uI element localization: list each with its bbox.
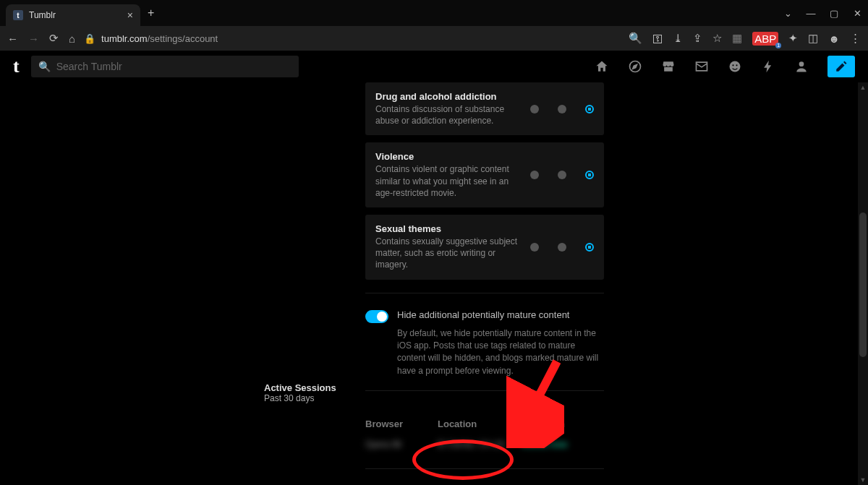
filter-radio-blur[interactable] [558,171,566,179]
scrollbar[interactable]: ▲ ▼ [858,82,868,485]
filter-radio-hide[interactable] [585,243,594,252]
browser-toolbar: ← → ⟳ ⌂ 🔒 tumblr.com/settings/account 🔍 … [0,26,868,51]
address-bar[interactable]: 🔒 tumblr.com/settings/account [84,33,620,44]
home-icon[interactable] [595,59,609,74]
browser-titlebar: t Tumblr × + ⌄ ― ▢ ✕ [0,0,868,26]
minimize-icon[interactable]: ― [806,8,816,19]
new-tab-button[interactable]: + [148,7,154,20]
tumblr-favicon: t [13,10,23,20]
divider [365,468,604,469]
compose-button[interactable] [827,56,855,77]
close-tab-icon[interactable]: × [127,10,133,20]
extension-icon[interactable]: ▦ [732,32,742,45]
home-icon[interactable]: ⌂ [69,33,75,45]
svg-point-3 [736,64,737,66]
col-location: Location [438,419,522,429]
divider [365,390,604,391]
settings-page: Active Sessions Past 30 days Drug and al… [0,82,868,485]
lock-icon: 🔒 [84,33,95,44]
tumblr-logo[interactable]: t [13,56,20,77]
window-controls: ⌄ ― ▢ ✕ [783,0,862,26]
active-sessions-table: Browser Location Last seen Opera 98 El C… [365,414,604,455]
svg-point-2 [732,64,733,66]
scrollbar-thumb[interactable] [859,213,867,357]
active-sessions-subheading: Past 30 days [264,393,365,403]
filter-drug-alcohol: Drug and alcohol addiction Contains disc… [365,82,604,135]
filter-radio-hide[interactable] [585,171,594,179]
bookmark-icon[interactable]: ☆ [712,32,722,45]
svg-point-1 [730,61,741,72]
maximize-icon[interactable]: ▢ [829,8,839,19]
reload-icon[interactable]: ⟳ [49,32,59,45]
forward-icon[interactable]: → [28,33,39,45]
mail-icon[interactable] [694,59,709,74]
session-row: Opera 98 El Cerrito, CA US Active now [365,434,604,455]
filter-title: Sexual themes [375,223,523,234]
smiley-icon[interactable] [728,59,742,74]
tumblr-header: t 🔍 Search Tumblr [0,51,868,82]
chevron-down-icon[interactable]: ⌄ [783,8,793,19]
compass-icon[interactable] [628,59,642,74]
filter-desc: Contains violent or graphic content simi… [375,163,523,199]
section-labels: Active Sessions Past 30 days [264,82,365,485]
key-icon[interactable]: ⚿ [652,33,663,45]
hide-mature-desc: By default, we hide potentially mature c… [397,327,600,378]
col-lastseen: Last seen [522,419,604,429]
filter-violence: Violence Contains violent or graphic con… [365,142,604,207]
menu-icon[interactable]: ⋮ [850,32,861,45]
profile-icon[interactable]: ☻ [828,33,840,45]
filter-desc: Contains sexually suggestive subject mat… [375,236,523,271]
scroll-down-icon[interactable]: ▼ [859,476,867,484]
search-icon[interactable]: 🔍 [629,32,642,45]
storefront-icon[interactable] [661,59,676,74]
hide-mature-label: Hide additional potentially mature conte… [397,309,569,320]
filter-sexual-themes: Sexual themes Contains sexually suggesti… [365,215,604,280]
active-sessions-heading: Active Sessions [264,382,365,393]
tab-title: Tumblr [29,10,122,20]
install-icon[interactable]: ⤓ [673,32,683,45]
filter-title: Drug and alcohol addiction [375,91,523,102]
divider [365,293,604,293]
col-browser: Browser [365,419,438,429]
filter-desc: Contains discussion of substance abuse o… [375,103,523,126]
person-icon[interactable] [794,59,809,74]
search-input[interactable]: 🔍 Search Tumblr [31,56,299,77]
filter-radio-show[interactable] [530,105,539,113]
extensions-icon[interactable]: ✦ [788,32,798,45]
filter-title: Violence [375,151,523,162]
hide-mature-toggle[interactable] [365,310,388,323]
browser-tab[interactable]: t Tumblr × [6,4,140,26]
filter-radio-hide[interactable] [585,105,594,113]
search-placeholder: Search Tumblr [56,61,122,72]
filter-radio-show[interactable] [530,171,539,179]
adblock-extension-icon[interactable]: ABP [752,32,778,46]
search-icon: 🔍 [38,61,51,72]
filter-radio-blur[interactable] [558,105,566,113]
back-icon[interactable]: ← [7,33,18,45]
sidepanel-icon[interactable]: ◫ [808,32,818,45]
share-icon[interactable]: ⇪ [693,32,702,45]
svg-point-4 [799,61,804,66]
scroll-up-icon[interactable]: ▲ [859,84,867,91]
filter-radio-show[interactable] [530,243,539,252]
bolt-icon[interactable] [761,59,775,74]
close-window-icon[interactable]: ✕ [852,8,862,19]
filter-radio-blur[interactable] [558,243,566,252]
